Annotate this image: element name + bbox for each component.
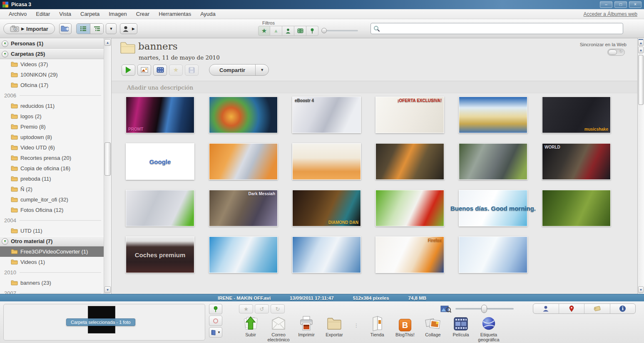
sidebar-item[interactable]: ▼ Copia de oficina (16) xyxy=(0,163,104,174)
sidebar-item[interactable]: ▼ banners (23) xyxy=(0,278,104,288)
collage-button[interactable]: Collage xyxy=(420,315,446,337)
add-photos-button[interactable] xyxy=(137,65,151,76)
collapse-arrow-icon[interactable]: ▼ xyxy=(2,51,8,57)
sidebar-item[interactable]: ▼ 100NIKON (29) xyxy=(0,70,104,80)
photo-thumbnail[interactable]: WORLD xyxy=(542,143,611,180)
save-button[interactable] xyxy=(185,65,199,76)
sidebar-item[interactable]: ▼ Personas (1) xyxy=(0,38,104,49)
share-label[interactable]: Compartir xyxy=(209,65,255,75)
photo-thumbnail[interactable]: DIAMOND DAN xyxy=(292,190,361,226)
rotate-right-button[interactable]: ↻ xyxy=(271,304,285,313)
sidebar-item[interactable]: ▼ 2006 xyxy=(0,90,104,101)
sidebar-item[interactable]: ▼ 2010 xyxy=(0,267,104,278)
sidebar-item[interactable]: ▼ reducidos (11) xyxy=(0,101,104,111)
slideshow-play-button[interactable] xyxy=(122,65,135,76)
zoom-slider-knob[interactable] xyxy=(481,305,487,313)
collapse-arrow-icon[interactable]: ▼ xyxy=(2,40,8,47)
sidebar-item[interactable]: ▼ Videos (37) xyxy=(0,59,104,70)
view-options-dropdown[interactable]: ▼ xyxy=(106,23,117,34)
photo-thumbnail[interactable] xyxy=(459,143,527,180)
sidebar-item[interactable]: ▼ UTD (11) xyxy=(0,226,104,236)
slider-knob[interactable] xyxy=(321,28,327,33)
photo-thumbnail[interactable]: ¡OFERTA EXCLUSIVA! xyxy=(375,97,444,133)
sync-web-toggle[interactable]: ↻ xyxy=(607,49,625,56)
sidebar-item[interactable]: ▼ Ñ (2) xyxy=(0,184,104,194)
menu-item[interactable]: Carpeta xyxy=(76,10,104,18)
menu-item[interactable]: Vista xyxy=(55,10,76,18)
movie-button[interactable]: Película xyxy=(448,315,474,337)
filter-uploaded-button[interactable]: ▲ xyxy=(270,26,282,36)
filter-date-slider[interactable] xyxy=(321,30,358,32)
photo-thumbnail[interactable]: Dark Messiah xyxy=(209,190,278,226)
sidebar-item[interactable]: ▼ Videos (1) xyxy=(0,257,104,267)
tags-panel-button[interactable] xyxy=(584,304,610,313)
photo-thumbnail[interactable] xyxy=(459,236,527,273)
filter-videos-button[interactable] xyxy=(294,26,306,36)
menu-item[interactable]: Editar xyxy=(31,10,55,18)
share-dropdown[interactable]: ▼ xyxy=(255,65,269,75)
geotag-button[interactable]: Etiqueta geográfica xyxy=(475,315,502,342)
photo-thumbnail[interactable] xyxy=(292,143,361,180)
menu-item[interactable]: Imagen xyxy=(104,10,131,18)
photo-thumbnail[interactable] xyxy=(375,143,444,180)
shop-button[interactable]: Tienda xyxy=(364,315,390,337)
scroll-top-icon[interactable]: ▲ xyxy=(638,39,644,46)
create-movie-button[interactable] xyxy=(153,65,167,76)
clear-selection-button[interactable] xyxy=(209,316,222,326)
web-albums-link[interactable]: Acceder a Álbumes web xyxy=(584,11,640,17)
photo-thumbnail[interactable]: Buenos días. Good morning. xyxy=(459,190,527,226)
photo-thumbnail[interactable]: musicshake xyxy=(542,97,611,133)
menu-item[interactable]: Crear xyxy=(132,10,154,18)
photo-thumbnail[interactable]: Google xyxy=(126,143,194,180)
sidebar-item[interactable]: ▼ uptodown (8) xyxy=(0,132,104,142)
scroll-down-icon[interactable]: ▼ xyxy=(638,286,644,293)
photo-thumbnail[interactable] xyxy=(292,236,361,273)
sidebar-item[interactable]: ▼ Fotos Oficina (12) xyxy=(0,205,104,215)
restore-button[interactable]: □ xyxy=(614,1,627,8)
properties-panel-button[interactable]: i xyxy=(610,304,636,313)
photo-thumbnail[interactable]: PROMT xyxy=(126,97,194,133)
filter-faces-button[interactable] xyxy=(282,26,294,36)
photo-thumbnail[interactable]: Coches premium xyxy=(126,236,194,273)
photo-thumbnail[interactable] xyxy=(209,143,278,180)
sidebar-item[interactable]: ▼ preboda (11) xyxy=(0,174,104,184)
scrollbar-thumb[interactable] xyxy=(638,55,644,105)
upload-button[interactable]: Subir xyxy=(237,315,264,337)
sidebar-item[interactable]: ▼ logos (2) xyxy=(0,111,104,122)
filter-starred-button[interactable]: ★ xyxy=(258,26,270,36)
search-input[interactable] xyxy=(382,25,620,32)
zoom-slider[interactable] xyxy=(455,308,514,310)
hold-selection-button[interactable] xyxy=(209,304,222,314)
photo-thumbnail[interactable] xyxy=(209,236,278,273)
menu-item[interactable]: Archivo xyxy=(4,10,31,18)
add-album-button[interactable] xyxy=(59,23,72,34)
menu-item[interactable]: Ayuda xyxy=(196,10,220,18)
sidebar-item[interactable]: ▼ Premio (8) xyxy=(0,122,104,132)
blogthis-button[interactable]: B BlogThis! xyxy=(392,315,418,337)
sidebar-item[interactable]: ▼ 2004 xyxy=(0,215,104,226)
collapse-arrow-icon[interactable]: ▼ xyxy=(2,238,8,245)
content-scrollbar[interactable]: ▲ ▲ ▼ xyxy=(637,38,644,294)
add-to-album-button[interactable]: ▼ xyxy=(209,327,222,338)
sidebar-item[interactable]: ▼ cumple_itor_ofi (32) xyxy=(0,194,104,205)
export-button[interactable]: Exportar xyxy=(321,315,348,337)
sidebar-item[interactable]: ▼ 2007 xyxy=(0,288,104,294)
people-button[interactable]: ▶ xyxy=(120,23,137,34)
share-button[interactable]: Compartir ▼ xyxy=(209,64,269,76)
sidebar-item[interactable]: ▼ Video UTD (6) xyxy=(0,142,104,153)
photo-thumbnail[interactable] xyxy=(542,190,611,226)
scroll-down-icon[interactable]: ▼ xyxy=(104,286,111,293)
menu-item[interactable]: Herramientas xyxy=(154,10,196,18)
star-photo-button[interactable]: ★ xyxy=(239,304,253,313)
star-button[interactable]: ★ xyxy=(169,65,183,76)
scroll-up-icon[interactable]: ▲ xyxy=(638,47,644,53)
photo-thumbnail[interactable]: eBoostr 4 xyxy=(292,97,361,133)
email-button[interactable]: Correo electrónico xyxy=(265,315,292,342)
scrollbar-thumb[interactable] xyxy=(104,142,111,176)
minimize-button[interactable]: – xyxy=(600,1,612,8)
import-button[interactable]: ▶ Importar xyxy=(3,23,55,34)
rotate-left-button[interactable]: ↺ xyxy=(255,304,269,313)
photo-thumbnail[interactable] xyxy=(209,97,278,133)
photo-thumbnail[interactable] xyxy=(375,190,444,226)
sidebar-item[interactable]: ▼ Oficina (17) xyxy=(0,80,104,90)
